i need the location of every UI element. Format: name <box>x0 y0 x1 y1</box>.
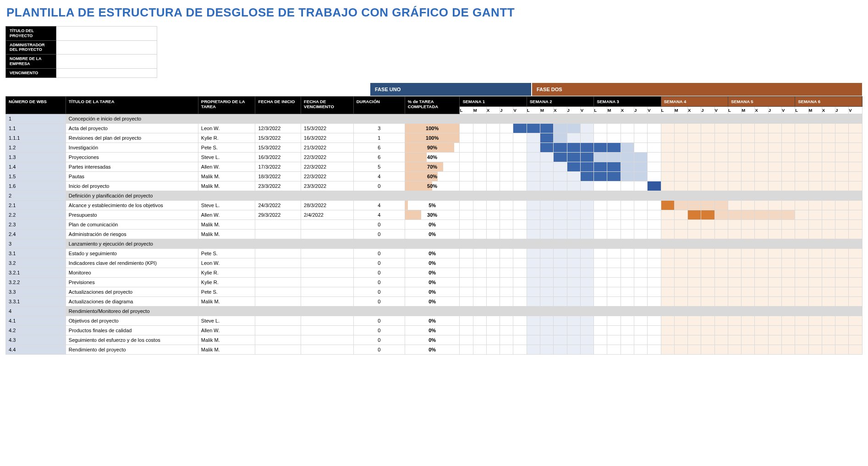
start-date-cell[interactable] <box>255 326 301 335</box>
owner-cell[interactable]: Steve L. <box>198 201 255 210</box>
due-date-cell[interactable]: 21/3/2022 <box>301 143 354 153</box>
pct-complete-cell[interactable]: 0% <box>405 278 460 287</box>
wbs-cell[interactable]: 1.4 <box>6 162 66 172</box>
owner-cell[interactable]: Pete S. <box>198 287 255 297</box>
due-date-cell[interactable] <box>301 345 354 355</box>
owner-cell[interactable]: Malik M. <box>198 297 255 307</box>
duration-cell[interactable]: 0 <box>353 278 405 287</box>
start-date-cell[interactable]: 18/3/2022 <box>255 172 301 181</box>
pct-complete-cell[interactable]: 0% <box>405 316 460 326</box>
wbs-cell[interactable]: 4.3 <box>6 335 66 345</box>
pct-complete-cell[interactable]: 0% <box>405 220 460 230</box>
start-date-cell[interactable]: 24/3/2022 <box>255 201 301 210</box>
task-title-cell[interactable]: Rendimiento del proyecto <box>66 345 198 355</box>
wbs-cell[interactable]: 2.4 <box>6 230 66 239</box>
task-title-cell[interactable]: Plan de comunicación <box>66 220 198 230</box>
task-title-cell[interactable]: Indicadores clave del rendimiento (KPI) <box>66 258 198 268</box>
due-date-cell[interactable]: 22/3/2022 <box>301 153 354 162</box>
pct-complete-cell[interactable]: 100% <box>405 124 460 133</box>
start-date-cell[interactable] <box>255 345 301 355</box>
due-date-cell[interactable] <box>301 249 354 258</box>
duration-cell[interactable]: 0 <box>353 326 405 335</box>
task-title-cell[interactable]: Acta del proyecto <box>66 124 198 133</box>
wbs-cell[interactable]: 2.3 <box>6 220 66 230</box>
owner-cell[interactable]: Allen W. <box>198 326 255 335</box>
task-title-cell[interactable]: Objetivos del proyecto <box>66 316 198 326</box>
owner-cell[interactable]: Allen W. <box>198 162 255 172</box>
wbs-cell[interactable]: 1.3 <box>6 153 66 162</box>
owner-cell[interactable]: Malik M. <box>198 181 255 191</box>
duration-cell[interactable]: 0 <box>353 258 405 268</box>
start-date-cell[interactable]: 29/3/2022 <box>255 210 301 220</box>
duration-cell[interactable]: 0 <box>353 249 405 258</box>
start-date-cell[interactable] <box>255 287 301 297</box>
duration-cell[interactable]: 6 <box>353 143 405 153</box>
duration-cell[interactable]: 0 <box>353 297 405 307</box>
owner-cell[interactable]: Kylie R. <box>198 278 255 287</box>
wbs-cell[interactable]: 4.2 <box>6 326 66 335</box>
pct-complete-cell[interactable]: 50% <box>405 181 460 191</box>
owner-cell[interactable]: Kylie R. <box>198 268 255 278</box>
duration-cell[interactable]: 0 <box>353 268 405 278</box>
duration-cell[interactable]: 0 <box>353 230 405 239</box>
owner-cell[interactable]: Pete S. <box>198 143 255 153</box>
wbs-cell[interactable]: 3.1 <box>6 249 66 258</box>
start-date-cell[interactable] <box>255 230 301 239</box>
owner-cell[interactable]: Leon W. <box>198 258 255 268</box>
due-date-cell[interactable] <box>301 326 354 335</box>
duration-cell[interactable]: 4 <box>353 172 405 181</box>
task-title-cell[interactable]: Monitoreo <box>66 268 198 278</box>
due-date-cell[interactable] <box>301 278 354 287</box>
due-date-cell[interactable] <box>301 287 354 297</box>
info-company[interactable] <box>56 55 157 69</box>
pct-complete-cell[interactable]: 70% <box>405 162 460 172</box>
wbs-cell[interactable]: 1.1.1 <box>6 133 66 143</box>
task-title-cell[interactable]: Seguimiento del esfuerzo y de los costos <box>66 335 198 345</box>
start-date-cell[interactable] <box>255 249 301 258</box>
wbs-cell[interactable]: 1.6 <box>6 181 66 191</box>
due-date-cell[interactable] <box>301 220 354 230</box>
due-date-cell[interactable]: 22/3/2022 <box>301 172 354 181</box>
pct-complete-cell[interactable]: 0% <box>405 258 460 268</box>
owner-cell[interactable]: Steve L. <box>198 316 255 326</box>
due-date-cell[interactable] <box>301 230 354 239</box>
pct-complete-cell[interactable]: 0% <box>405 287 460 297</box>
pct-complete-cell[interactable]: 0% <box>405 268 460 278</box>
duration-cell[interactable]: 0 <box>353 181 405 191</box>
owner-cell[interactable]: Pete S. <box>198 249 255 258</box>
wbs-cell[interactable]: 4.4 <box>6 345 66 355</box>
start-date-cell[interactable]: 16/3/2022 <box>255 153 301 162</box>
start-date-cell[interactable] <box>255 278 301 287</box>
task-title-cell[interactable]: Alcance y establecimiento de los objetiv… <box>66 201 198 210</box>
pct-complete-cell[interactable]: 60% <box>405 172 460 181</box>
due-date-cell[interactable] <box>301 268 354 278</box>
owner-cell[interactable]: Malik M. <box>198 335 255 345</box>
start-date-cell[interactable] <box>255 316 301 326</box>
info-due[interactable] <box>56 68 157 77</box>
duration-cell[interactable]: 0 <box>353 345 405 355</box>
pct-complete-cell[interactable]: 0% <box>405 335 460 345</box>
task-title-cell[interactable]: Actualizaciones del proyecto <box>66 287 198 297</box>
duration-cell[interactable]: 6 <box>353 153 405 162</box>
start-date-cell[interactable] <box>255 258 301 268</box>
task-title-cell[interactable]: Inicio del proyecto <box>66 181 198 191</box>
pct-complete-cell[interactable]: 40% <box>405 153 460 162</box>
owner-cell[interactable]: Malik M. <box>198 230 255 239</box>
wbs-cell[interactable]: 3.2.1 <box>6 268 66 278</box>
wbs-cell[interactable]: 2.2 <box>6 210 66 220</box>
start-date-cell[interactable] <box>255 335 301 345</box>
due-date-cell[interactable] <box>301 297 354 307</box>
task-title-cell[interactable]: Partes interesadas <box>66 162 198 172</box>
start-date-cell[interactable] <box>255 220 301 230</box>
start-date-cell[interactable]: 17/3/2022 <box>255 162 301 172</box>
task-title-cell[interactable]: Pautas <box>66 172 198 181</box>
start-date-cell[interactable]: 15/3/2022 <box>255 143 301 153</box>
start-date-cell[interactable]: 15/3/2022 <box>255 133 301 143</box>
task-title-cell[interactable]: Administración de riesgos <box>66 230 198 239</box>
duration-cell[interactable]: 3 <box>353 124 405 133</box>
duration-cell[interactable]: 0 <box>353 335 405 345</box>
task-title-cell[interactable]: Presupuesto <box>66 210 198 220</box>
info-project-title[interactable] <box>56 27 157 41</box>
task-title-cell[interactable]: Revisiones del plan del proyecto <box>66 133 198 143</box>
pct-complete-cell[interactable]: 0% <box>405 249 460 258</box>
